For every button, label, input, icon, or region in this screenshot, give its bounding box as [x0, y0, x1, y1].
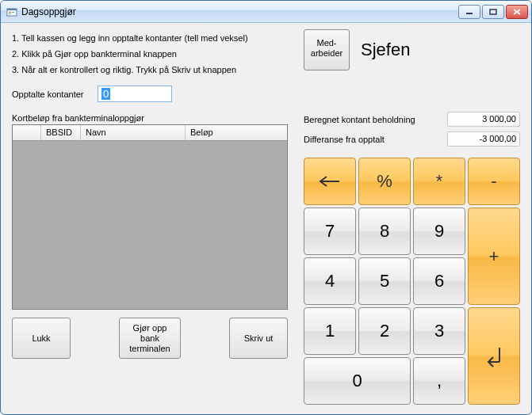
svg-rect-5 — [466, 13, 473, 14]
gjor-opp-label: Gjør oppbankterminalen — [129, 323, 170, 355]
window-title: Dagsoppgjør — [21, 6, 458, 17]
differanse-value: -3 000,00 — [447, 131, 520, 147]
backspace-key[interactable] — [304, 158, 356, 205]
differanse-label: Differanse fra opptalt — [304, 135, 447, 144]
key-0[interactable]: 0 — [304, 357, 411, 405]
svg-rect-2 — [9, 12, 11, 13]
client-area: 1. Tell kassen og legg inn opptalte kont… — [1, 23, 531, 414]
key-1[interactable]: 1 — [304, 307, 356, 355]
skriv-ut-button[interactable]: Skriv ut — [229, 318, 288, 359]
medarbeider-button[interactable]: Med-arbeider — [304, 29, 350, 70]
bankterminal-grid[interactable]: BBSID Navn Beløp — [12, 124, 288, 310]
instructions: 1. Tell kassen og legg inn opptalte kont… — [12, 31, 294, 78]
minimize-button[interactable] — [458, 5, 480, 19]
instruction-line-2: 2. Klikk på Gjør opp bankterminal knappe… — [12, 47, 294, 63]
lukk-button[interactable]: Lukk — [12, 318, 71, 359]
svg-rect-1 — [7, 9, 17, 10]
maximize-button[interactable] — [482, 5, 504, 19]
keypad: % * - 7 8 9 + 4 5 6 1 2 3 0 — [304, 158, 520, 405]
instruction-line-3: 3. Når alt er kontrollert og riktig. Try… — [12, 63, 294, 78]
window-frame: Dagsoppgjør 1. Tell kassen og legg inn o… — [0, 0, 532, 415]
title-bar: Dagsoppgjør — [1, 1, 531, 23]
key-comma[interactable]: , — [413, 357, 465, 405]
key-7[interactable]: 7 — [304, 208, 356, 255]
key-6[interactable]: 6 — [413, 257, 465, 305]
multiply-key[interactable]: * — [413, 158, 465, 205]
medarbeider-label: Med-arbeider — [311, 38, 343, 58]
svg-rect-6 — [490, 10, 496, 14]
grid-col-navn[interactable]: Navn — [81, 125, 186, 140]
percent-key[interactable]: % — [358, 158, 411, 205]
enter-key[interactable] — [468, 307, 520, 405]
grid-caption: Kortbeløp fra bankterminaloppgjør — [12, 113, 294, 123]
employee-name: Sjefen — [361, 40, 410, 60]
key-4[interactable]: 4 — [304, 257, 356, 305]
grid-col-bbsid[interactable]: BBSID — [41, 125, 81, 140]
key-2[interactable]: 2 — [358, 307, 411, 355]
svg-rect-3 — [12, 12, 14, 13]
opptalte-label: Opptalte kontanter — [12, 89, 93, 99]
gjor-opp-button[interactable]: Gjør oppbankterminalen — [119, 318, 181, 359]
beregnet-label: Beregnet kontant beholdning — [304, 115, 447, 124]
plus-key[interactable]: + — [468, 208, 520, 305]
grid-header: BBSID Navn Beløp — [13, 125, 287, 141]
close-button[interactable] — [506, 5, 528, 19]
opptalte-input[interactable]: 0 — [98, 86, 172, 102]
key-9[interactable]: 9 — [413, 208, 465, 255]
beregnet-value: 3 000,00 — [447, 112, 520, 127]
opptalte-value: 0 — [101, 88, 110, 100]
instruction-line-1: 1. Tell kassen og legg inn opptalte kont… — [12, 31, 294, 47]
minus-key[interactable]: - — [468, 158, 520, 205]
key-5[interactable]: 5 — [358, 257, 411, 305]
grid-rowheader — [13, 125, 41, 140]
app-icon — [6, 6, 18, 18]
grid-col-belop[interactable]: Beløp — [186, 125, 287, 140]
key-8[interactable]: 8 — [358, 208, 411, 255]
key-3[interactable]: 3 — [413, 307, 465, 355]
svg-rect-4 — [9, 13, 11, 14]
